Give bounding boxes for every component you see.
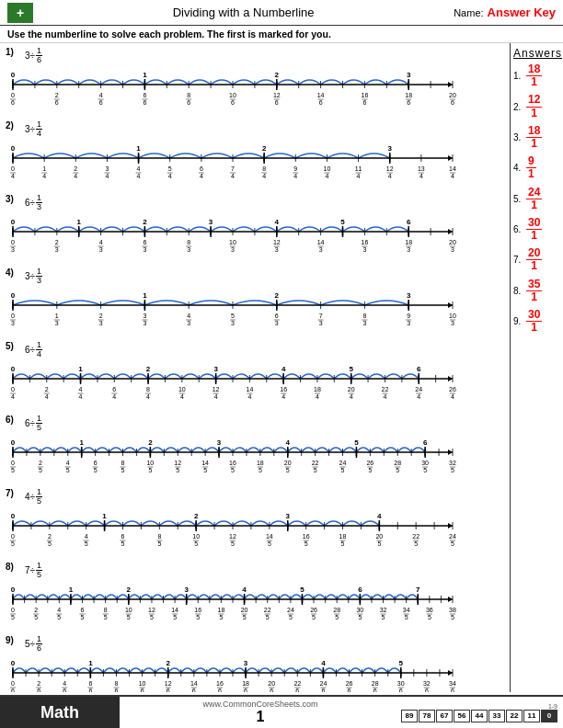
svg-text:20: 20: [284, 460, 292, 466]
svg-text:22: 22: [293, 680, 301, 687]
svg-text:4: 4: [74, 173, 77, 179]
svg-text:4: 4: [282, 365, 286, 373]
problem-expression: 6) 6÷15: [6, 413, 504, 432]
svg-text:2: 2: [194, 512, 199, 520]
svg-text:5: 5: [286, 467, 290, 473]
svg-text:24: 24: [320, 680, 327, 687]
footer-page-num: 1: [257, 709, 265, 725]
svg-text:3: 3: [286, 512, 291, 520]
svg-text:3: 3: [407, 291, 411, 300]
svg-text:10: 10: [229, 92, 236, 98]
svg-text:4: 4: [214, 393, 218, 400]
problem-equation: 6÷13: [25, 192, 52, 211]
score-box: 22: [506, 710, 523, 722]
svg-text:2: 2: [74, 165, 77, 172]
svg-text:4: 4: [286, 438, 291, 447]
page-footer: Math www.CommonCoreSheets.com 1 1-9 8978…: [0, 695, 563, 728]
problem-expression: 2) 3÷14: [6, 119, 504, 138]
svg-text:8: 8: [146, 386, 150, 392]
answer-numerator: 18: [526, 125, 542, 138]
answers-title: Answers: [513, 47, 560, 60]
svg-text:4: 4: [99, 92, 103, 98]
svg-text:8: 8: [104, 607, 108, 613]
svg-text:4: 4: [105, 173, 109, 179]
problem-equation: 3÷13: [25, 266, 52, 285]
svg-text:1: 1: [55, 313, 59, 319]
svg-text:1: 1: [78, 365, 83, 373]
svg-marker-1: [448, 82, 453, 87]
svg-text:14: 14: [190, 680, 198, 687]
svg-text:5: 5: [121, 467, 125, 473]
answer-item: 4. 9 1: [513, 155, 560, 180]
svg-text:8: 8: [262, 165, 266, 172]
problem-expression: 1) 3÷16: [6, 45, 504, 64]
svg-text:14: 14: [449, 165, 456, 172]
svg-text:1: 1: [76, 218, 81, 226]
svg-text:14: 14: [171, 607, 178, 613]
svg-text:0: 0: [11, 460, 15, 466]
svg-text:1: 1: [69, 586, 74, 594]
problem-number: 5): [6, 339, 22, 351]
svg-text:3: 3: [11, 246, 15, 253]
svg-text:0: 0: [11, 71, 16, 79]
svg-text:6: 6: [192, 688, 196, 692]
svg-text:6: 6: [121, 533, 125, 540]
svg-text:4: 4: [42, 173, 46, 179]
svg-text:22: 22: [382, 386, 389, 392]
answer-num: 2.: [513, 102, 526, 112]
svg-text:4: 4: [357, 173, 361, 179]
answer-numerator: 18: [526, 63, 542, 76]
answer-fraction: 30 1: [526, 217, 542, 242]
svg-text:4: 4: [388, 173, 392, 179]
answer-num: 8.: [513, 286, 526, 296]
page-title: Dividing with a Numberline: [33, 6, 454, 19]
problem-row: 7) 4÷15 05254565851051251451651852052252…: [6, 486, 504, 555]
problem-equation: 3÷14: [25, 119, 52, 138]
svg-text:4: 4: [417, 393, 420, 400]
svg-text:3: 3: [187, 246, 190, 253]
numberline-svg: 031323334353637383931030123: [6, 285, 456, 333]
svg-text:3: 3: [275, 246, 279, 253]
svg-text:4: 4: [293, 173, 297, 179]
score-box: 67: [436, 710, 453, 722]
svg-text:6: 6: [295, 688, 299, 692]
svg-text:2: 2: [55, 92, 59, 98]
svg-text:2: 2: [143, 218, 147, 226]
svg-text:0: 0: [11, 291, 16, 300]
footer-right: 1-9 89786756443322110: [401, 703, 563, 722]
problem-row: 4) 3÷13 031323334353637383931030123: [6, 266, 504, 335]
svg-text:26: 26: [310, 607, 317, 613]
svg-text:10: 10: [449, 313, 456, 319]
problem-expression: 9) 5÷16: [6, 633, 504, 653]
numberline-svg: 06264666861061261461661862060123: [6, 64, 456, 112]
svg-text:0: 0: [11, 365, 16, 373]
svg-text:3: 3: [407, 320, 410, 326]
svg-text:6: 6: [231, 99, 235, 106]
problem-expression: 3) 6÷13: [6, 192, 504, 211]
svg-text:4: 4: [200, 173, 203, 179]
answer-fraction: 20 1: [526, 247, 542, 272]
svg-text:6: 6: [244, 688, 247, 692]
svg-text:5: 5: [414, 540, 418, 547]
score-box: 78: [419, 710, 435, 722]
svg-text:7: 7: [231, 165, 235, 172]
svg-text:6: 6: [200, 165, 203, 172]
problem-fraction: 15: [36, 488, 42, 506]
svg-text:2: 2: [148, 438, 153, 447]
svg-text:6: 6: [373, 688, 377, 692]
svg-text:7: 7: [416, 586, 420, 594]
svg-text:0: 0: [11, 386, 15, 392]
svg-text:5: 5: [121, 540, 125, 547]
svg-text:4: 4: [242, 586, 247, 594]
svg-text:0: 0: [11, 165, 15, 172]
svg-text:22: 22: [264, 607, 271, 613]
svg-text:9: 9: [293, 165, 297, 172]
answer-denominator: 1: [528, 168, 534, 180]
svg-text:5: 5: [312, 614, 316, 620]
svg-text:34: 34: [403, 607, 410, 613]
svg-text:3: 3: [143, 320, 146, 326]
svg-text:30: 30: [356, 607, 363, 613]
svg-text:0: 0: [11, 218, 16, 226]
svg-text:6: 6: [143, 99, 146, 106]
svg-text:8: 8: [157, 533, 161, 540]
